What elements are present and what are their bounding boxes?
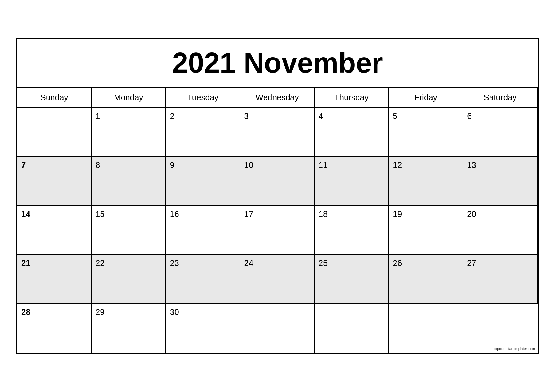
day-number: 16: [170, 209, 179, 219]
calendar-day-cell: 28: [17, 304, 92, 353]
day-header-tuesday: Tuesday: [166, 88, 240, 108]
day-number: 10: [244, 160, 253, 170]
day-header-monday: Monday: [92, 88, 166, 108]
calendar-day-cell: 20: [463, 206, 538, 255]
calendar-day-cell: 1: [92, 108, 166, 157]
calendar-day-cell: 23: [166, 255, 240, 304]
day-header-wednesday: Wednesday: [240, 88, 315, 108]
day-number: 8: [96, 160, 100, 170]
day-header-sunday: Sunday: [17, 88, 92, 108]
day-number: 24: [244, 258, 253, 268]
calendar-day-cell: 10: [240, 157, 315, 206]
calendar-day-cell: [240, 304, 315, 353]
day-number: 22: [96, 258, 105, 268]
calendar-day-cell: 12: [389, 157, 463, 206]
calendar-grid: SundayMondayTuesdayWednesdayThursdayFrid…: [17, 88, 538, 353]
calendar-day-cell: topcalendartemplates.com: [463, 304, 538, 353]
day-number: 15: [96, 209, 105, 219]
calendar-day-cell: 29: [92, 304, 166, 353]
calendar: 2021 November SundayMondayTuesdayWednesd…: [16, 38, 539, 354]
day-number: 20: [467, 209, 476, 219]
day-number: 7: [21, 160, 26, 170]
calendar-day-cell: [315, 304, 389, 353]
calendar-day-cell: 4: [315, 108, 389, 157]
day-number: 27: [467, 258, 476, 268]
calendar-day-cell: 11: [315, 157, 389, 206]
day-number: 12: [393, 160, 402, 170]
day-number: 4: [318, 111, 323, 121]
calendar-day-cell: 13: [463, 157, 538, 206]
calendar-day-cell: 18: [315, 206, 389, 255]
calendar-day-cell: 14: [17, 206, 92, 255]
calendar-day-cell: 22: [92, 255, 166, 304]
calendar-title: 2021 November: [24, 49, 531, 77]
watermark: topcalendartemplates.com: [494, 347, 535, 351]
day-header-friday: Friday: [389, 88, 463, 108]
calendar-day-cell: 21: [17, 255, 92, 304]
calendar-day-cell: 16: [166, 206, 240, 255]
calendar-day-cell: [389, 304, 463, 353]
day-header-thursday: Thursday: [315, 88, 389, 108]
day-number: 21: [21, 258, 30, 268]
day-number: 30: [170, 307, 179, 317]
day-number: 11: [318, 160, 327, 170]
calendar-day-cell: 17: [240, 206, 315, 255]
day-number: 26: [393, 258, 402, 268]
calendar-day-cell: 5: [389, 108, 463, 157]
calendar-day-cell: 2: [166, 108, 240, 157]
day-number: 18: [318, 209, 327, 219]
day-number: 9: [170, 160, 174, 170]
day-number: 25: [318, 258, 327, 268]
day-number: 28: [21, 307, 30, 317]
day-number: 17: [244, 209, 253, 219]
calendar-day-cell: 25: [315, 255, 389, 304]
calendar-day-cell: 8: [92, 157, 166, 206]
day-number: 6: [467, 111, 471, 121]
day-number: 3: [244, 111, 249, 121]
calendar-day-cell: 3: [240, 108, 315, 157]
calendar-day-cell: 24: [240, 255, 315, 304]
day-number: 2: [170, 111, 174, 121]
day-number: 1: [96, 111, 100, 121]
day-number: 5: [393, 111, 397, 121]
calendar-day-cell: [17, 108, 92, 157]
day-header-saturday: Saturday: [463, 88, 538, 108]
day-number: 23: [170, 258, 179, 268]
calendar-day-cell: 15: [92, 206, 166, 255]
day-number: 13: [467, 160, 476, 170]
day-number: 14: [21, 209, 30, 219]
day-number: 29: [96, 307, 105, 317]
calendar-day-cell: 19: [389, 206, 463, 255]
calendar-day-cell: 7: [17, 157, 92, 206]
calendar-day-cell: 30: [166, 304, 240, 353]
calendar-day-cell: 26: [389, 255, 463, 304]
calendar-day-cell: 9: [166, 157, 240, 206]
calendar-header: 2021 November: [17, 39, 538, 88]
calendar-day-cell: 27: [463, 255, 538, 304]
calendar-day-cell: 6: [463, 108, 538, 157]
day-number: 19: [393, 209, 402, 219]
